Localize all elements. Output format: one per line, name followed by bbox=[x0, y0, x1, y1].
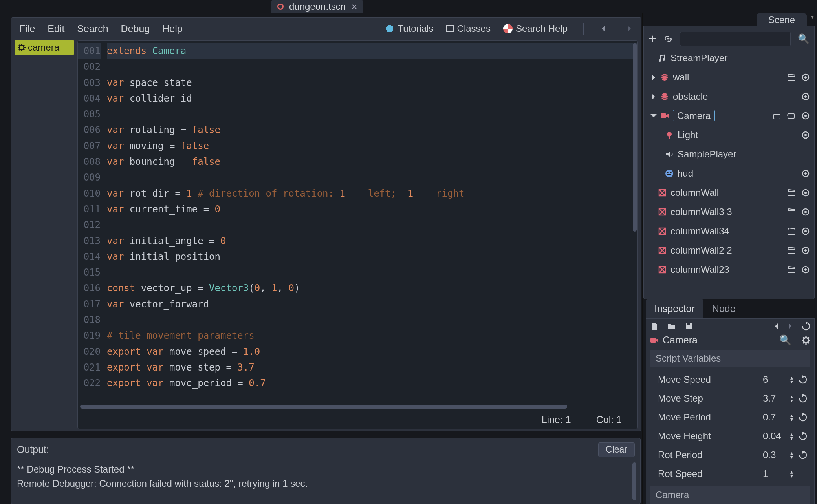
tree-node-columnwall33[interactable]: columnWall3 3 bbox=[647, 204, 811, 220]
open-resource-icon[interactable] bbox=[667, 322, 676, 331]
vertical-scrollbar[interactable] bbox=[633, 43, 637, 232]
tree-node-obstacle[interactable]: obstacle bbox=[647, 89, 811, 104]
horizontal-scrollbar[interactable] bbox=[80, 405, 567, 409]
add-node-button[interactable]: + bbox=[648, 31, 656, 46]
tree-node-light[interactable]: Light bbox=[647, 127, 811, 143]
expand-icon[interactable] bbox=[651, 73, 656, 82]
tree-node-camera[interactable]: Camera bbox=[647, 108, 811, 124]
visibility-icon[interactable] bbox=[802, 170, 810, 177]
camera-icon bbox=[650, 336, 659, 345]
close-tab-icon[interactable]: × bbox=[351, 1, 357, 13]
clear-output-button[interactable]: Clear bbox=[598, 442, 635, 457]
gear-icon bbox=[18, 44, 26, 51]
reset-icon[interactable] bbox=[799, 432, 807, 440]
spin-icon[interactable]: ▴▾ bbox=[790, 451, 793, 459]
tab-node[interactable]: Node bbox=[703, 299, 744, 318]
history-back-icon[interactable] bbox=[773, 323, 779, 330]
tree-node-streamplayer[interactable]: StreamPlayer bbox=[647, 50, 811, 66]
tree-node-wall[interactable]: wall bbox=[647, 69, 811, 85]
visibility-icon[interactable] bbox=[802, 93, 810, 100]
script-attached-icon[interactable] bbox=[787, 111, 795, 120]
reset-icon[interactable] bbox=[799, 413, 807, 422]
output-panel: Output: Clear ** Debug Process Started *… bbox=[11, 438, 641, 504]
mesh-icon bbox=[658, 246, 667, 255]
robot-icon bbox=[385, 24, 394, 33]
tree-node-sampleplayer[interactable]: SamplePlayer bbox=[647, 146, 811, 162]
group-camera[interactable]: Camera bbox=[650, 486, 810, 504]
history-icon[interactable] bbox=[802, 322, 810, 331]
menu-edit[interactable]: Edit bbox=[48, 23, 64, 35]
visibility-icon[interactable] bbox=[802, 189, 810, 197]
code-text[interactable]: extends Camera var space_statevar collid… bbox=[104, 41, 637, 411]
scene-instance-icon[interactable] bbox=[788, 247, 795, 254]
script-file-list: camera bbox=[15, 40, 74, 429]
scene-dock-tab[interactable]: Scene bbox=[757, 13, 807, 26]
open-script-icon[interactable] bbox=[773, 112, 780, 119]
search-icon[interactable]: 🔍 bbox=[798, 33, 810, 44]
scene-instance-icon[interactable] bbox=[788, 208, 795, 215]
output-title: Output: bbox=[17, 444, 49, 455]
save-resource-icon[interactable] bbox=[685, 322, 693, 331]
visibility-icon[interactable] bbox=[802, 266, 810, 274]
spin-icon[interactable]: ▴▾ bbox=[790, 432, 793, 440]
code-editor[interactable]: 0010020030040050060070080090100110120130… bbox=[77, 40, 638, 429]
menu-debug[interactable]: Debug bbox=[121, 23, 150, 35]
expand-icon[interactable] bbox=[651, 93, 656, 101]
visibility-icon[interactable] bbox=[802, 112, 810, 120]
prop-move_step[interactable]: Move Step 3.7 ▴▾ bbox=[650, 389, 810, 408]
visibility-icon[interactable] bbox=[802, 247, 810, 254]
menu-search[interactable]: Search bbox=[77, 23, 108, 35]
menu-file[interactable]: File bbox=[19, 23, 35, 35]
status-col: Col: 1 bbox=[596, 414, 622, 425]
tab-inspector[interactable]: Inspector bbox=[646, 299, 703, 318]
speaker-icon bbox=[665, 150, 674, 159]
visibility-icon[interactable] bbox=[802, 131, 810, 139]
reset-icon[interactable] bbox=[799, 375, 807, 384]
scene-instance-icon[interactable] bbox=[788, 74, 795, 81]
history-back-icon[interactable] bbox=[599, 25, 606, 32]
help-classes[interactable]: Classes bbox=[446, 23, 491, 34]
spatial-icon bbox=[660, 73, 669, 82]
prop-rot_speed[interactable]: Rot Speed 1 ▴▾ bbox=[650, 464, 810, 483]
visibility-icon[interactable] bbox=[802, 227, 810, 235]
menu-help[interactable]: Help bbox=[162, 23, 182, 35]
scene-filter-input[interactable] bbox=[680, 32, 791, 46]
spin-icon[interactable]: ▴▾ bbox=[790, 376, 793, 383]
reset-icon[interactable] bbox=[799, 394, 807, 403]
spin-icon[interactable]: ▴▾ bbox=[790, 394, 793, 402]
dock-options-icon[interactable]: ▾ bbox=[811, 13, 814, 26]
inspector-search-icon[interactable]: 🔍 bbox=[779, 334, 791, 346]
scene-instance-icon[interactable] bbox=[788, 266, 795, 273]
spin-icon[interactable]: ▴▾ bbox=[790, 470, 793, 478]
help-tutorials[interactable]: Tutorials bbox=[385, 23, 433, 34]
tree-node-hud[interactable]: hud bbox=[647, 166, 811, 181]
audio-icon bbox=[658, 54, 667, 62]
visibility-icon[interactable] bbox=[802, 73, 810, 81]
history-forward-icon[interactable] bbox=[788, 323, 793, 330]
help-search[interactable]: Search Help bbox=[503, 23, 568, 34]
inspector-options-icon[interactable] bbox=[802, 336, 810, 345]
tree-node-columnwall23[interactable]: columnWall23 bbox=[647, 262, 811, 278]
group-script-variables[interactable]: Script Variables bbox=[650, 350, 810, 367]
visibility-icon[interactable] bbox=[802, 208, 810, 216]
light-icon bbox=[665, 131, 674, 139]
script-file-camera[interactable]: camera bbox=[15, 40, 74, 55]
prop-move_height[interactable]: Move Height 0.04 ▴▾ bbox=[650, 427, 810, 446]
history-forward-icon[interactable] bbox=[626, 25, 633, 32]
tree-node-columnwall22[interactable]: columnWall2 2 bbox=[647, 243, 811, 258]
scene-instance-icon[interactable] bbox=[788, 189, 795, 196]
prop-move_speed[interactable]: Move Speed 6 ▴▾ bbox=[650, 370, 810, 389]
new-resource-icon[interactable] bbox=[650, 322, 659, 331]
reset-icon[interactable] bbox=[799, 451, 807, 459]
tree-node-columnwall34[interactable]: columnWall34 bbox=[647, 223, 811, 239]
list-icon bbox=[446, 25, 454, 32]
scene-instance-icon[interactable] bbox=[788, 228, 795, 235]
spin-icon[interactable]: ▴▾ bbox=[790, 413, 793, 421]
collapse-icon[interactable] bbox=[650, 113, 658, 119]
output-scrollbar[interactable] bbox=[632, 462, 636, 500]
tree-node-columnwall[interactable]: columnWall bbox=[647, 185, 811, 201]
prop-move_period[interactable]: Move Period 0.7 ▴▾ bbox=[650, 408, 810, 427]
instance-scene-icon[interactable] bbox=[663, 34, 673, 44]
prop-rot_period[interactable]: Rot Period 0.3 ▴▾ bbox=[650, 446, 810, 464]
scene-tab-dungeon[interactable]: dungeon.tscn × bbox=[271, 0, 363, 13]
